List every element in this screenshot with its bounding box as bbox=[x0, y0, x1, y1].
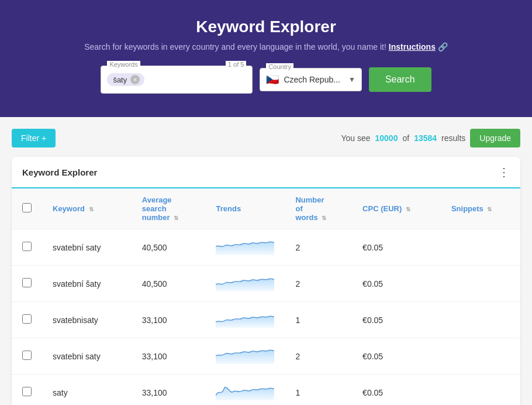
cell-cpc: €0.05 bbox=[352, 266, 441, 302]
sort-icon-cpc: ⇅ bbox=[406, 206, 410, 212]
card-title: Keyword Explorer bbox=[22, 167, 97, 177]
keywords-counter: 1 of 5 bbox=[226, 61, 247, 68]
keyword-tag-remove[interactable]: × bbox=[130, 75, 140, 84]
keyword-tag-value: šaty bbox=[113, 75, 127, 84]
cell-avg-search: 33,100 bbox=[132, 302, 206, 338]
cell-num-words: 1 bbox=[285, 375, 352, 406]
cell-num-words: 2 bbox=[285, 338, 352, 375]
table-row: svatebni saty 33,100 2 €0.05 bbox=[12, 338, 520, 375]
table-row: svatební saty 40,500 2 €0.05 bbox=[12, 229, 520, 266]
cell-keyword: svatebni saty bbox=[42, 338, 132, 375]
row-checkbox-cell[interactable] bbox=[12, 229, 42, 266]
cell-snippets bbox=[441, 266, 520, 302]
cell-cpc: €0.05 bbox=[352, 229, 441, 266]
country-label: Country bbox=[266, 63, 293, 70]
cell-avg-search: 33,100 bbox=[132, 375, 206, 406]
keywords-inner: šaty × bbox=[107, 71, 246, 88]
cell-snippets bbox=[441, 375, 520, 406]
keyword-tag: šaty × bbox=[107, 73, 144, 86]
table-card: Keyword Explorer ⋮ Keyword ⇅ Averagesear… bbox=[12, 157, 520, 405]
instructions-link[interactable]: Instructions bbox=[389, 42, 436, 52]
results-total: 13584 bbox=[414, 133, 437, 143]
cell-avg-search: 40,500 bbox=[132, 266, 206, 302]
cell-keyword: svatebnisaty bbox=[42, 302, 132, 338]
country-name: Czech Repub... bbox=[284, 75, 340, 84]
country-flag: 🇨🇿 bbox=[266, 73, 279, 86]
keywords-field[interactable]: Keywords 1 of 5 šaty × bbox=[101, 66, 253, 94]
cell-keyword: svatební saty bbox=[42, 229, 132, 266]
results-of: of bbox=[402, 133, 409, 143]
cell-cpc: €0.05 bbox=[352, 338, 441, 375]
row-checkbox[interactable] bbox=[22, 278, 32, 287]
cell-keyword: saty bbox=[42, 375, 132, 406]
cell-avg-search: 33,100 bbox=[132, 338, 206, 375]
cell-num-words: 2 bbox=[285, 229, 352, 266]
header-subtitle: Search for keywords in every country and… bbox=[12, 42, 520, 52]
row-checkbox-cell[interactable] bbox=[12, 266, 42, 302]
table-row: svatebnisaty 33,100 1 €0.05 bbox=[12, 302, 520, 338]
main-content: Filter + You see 10000 of 13584 results … bbox=[0, 117, 532, 405]
col-num-words[interactable]: Numberofwords ⇅ bbox=[285, 188, 352, 229]
filter-button[interactable]: Filter + bbox=[12, 129, 56, 147]
select-all-checkbox[interactable] bbox=[22, 203, 32, 212]
cell-cpc: €0.05 bbox=[352, 375, 441, 406]
cell-trend bbox=[205, 338, 285, 375]
search-button[interactable]: Search bbox=[369, 67, 431, 92]
results-prefix: You see bbox=[341, 133, 370, 143]
col-snippets[interactable]: Snippets ⇅ bbox=[441, 188, 520, 229]
results-suffix: results bbox=[441, 133, 465, 143]
cell-num-words: 1 bbox=[285, 302, 352, 338]
cell-trend bbox=[205, 375, 285, 406]
cell-trend bbox=[205, 266, 285, 302]
more-options-icon[interactable]: ⋮ bbox=[498, 165, 510, 179]
row-checkbox[interactable] bbox=[22, 351, 32, 360]
results-table: Keyword ⇅ Averagesearchnumber ⇅ Trends N… bbox=[12, 188, 520, 405]
col-avg-search[interactable]: Averagesearchnumber ⇅ bbox=[132, 188, 206, 229]
row-checkbox[interactable] bbox=[22, 242, 32, 251]
table-row: saty 33,100 1 €0.05 bbox=[12, 375, 520, 406]
col-trends: Trends bbox=[205, 188, 285, 229]
cell-snippets bbox=[441, 338, 520, 375]
cell-snippets bbox=[441, 302, 520, 338]
select-all-header[interactable] bbox=[12, 188, 42, 229]
keywords-label: Keywords bbox=[107, 61, 140, 68]
row-checkbox[interactable] bbox=[22, 314, 32, 324]
sort-icon-avg: ⇅ bbox=[174, 215, 178, 221]
cell-trend bbox=[205, 302, 285, 338]
col-keyword[interactable]: Keyword ⇅ bbox=[42, 188, 132, 229]
cell-trend bbox=[205, 229, 285, 266]
table-row: svatební šaty 40,500 2 €0.05 bbox=[12, 266, 520, 302]
page-title: Keyword Explorer bbox=[12, 18, 520, 36]
results-count: 10000 bbox=[375, 133, 398, 143]
cell-cpc: €0.05 bbox=[352, 302, 441, 338]
cell-snippets bbox=[441, 229, 520, 266]
header: Keyword Explorer Search for keywords in … bbox=[0, 0, 532, 117]
upgrade-button[interactable]: Upgrade bbox=[470, 129, 520, 147]
row-checkbox-cell[interactable] bbox=[12, 338, 42, 375]
card-header: Keyword Explorer ⋮ bbox=[12, 157, 520, 188]
table-header-row: Keyword ⇅ Averagesearchnumber ⇅ Trends N… bbox=[12, 188, 520, 229]
row-checkbox[interactable] bbox=[22, 387, 32, 396]
sort-icon-words: ⇅ bbox=[322, 215, 326, 221]
cell-avg-search: 40,500 bbox=[132, 229, 206, 266]
toolbar: Filter + You see 10000 of 13584 results … bbox=[12, 129, 520, 147]
cell-num-words: 2 bbox=[285, 266, 352, 302]
search-row: Keywords 1 of 5 šaty × Country 🇨🇿 Czech … bbox=[12, 66, 520, 94]
sort-icon-snippets: ⇅ bbox=[487, 206, 492, 212]
col-cpc[interactable]: CPC (EUR) ⇅ bbox=[352, 188, 441, 229]
country-field[interactable]: Country 🇨🇿 Czech Repub... ▼ bbox=[260, 68, 362, 91]
row-checkbox-cell[interactable] bbox=[12, 375, 42, 406]
cell-keyword: svatební šaty bbox=[42, 266, 132, 302]
results-info: You see 10000 of 13584 results Upgrade bbox=[341, 129, 520, 147]
sort-icon-keyword: ⇅ bbox=[89, 206, 94, 212]
row-checkbox-cell[interactable] bbox=[12, 302, 42, 338]
chevron-down-icon: ▼ bbox=[348, 75, 355, 84]
